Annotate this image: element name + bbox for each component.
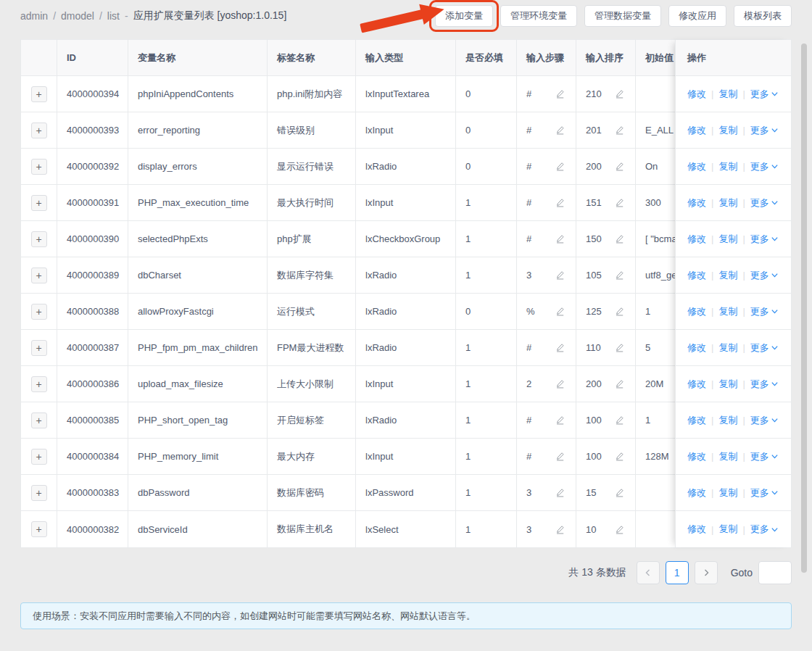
copy-link[interactable]: 复制 — [718, 88, 737, 101]
copy-link[interactable]: 复制 — [718, 523, 737, 536]
expand-row-button[interactable]: + — [31, 123, 47, 138]
copy-link[interactable]: 复制 — [718, 341, 737, 354]
edit-sort-icon[interactable] — [615, 162, 626, 171]
edit-sort-icon[interactable] — [615, 488, 626, 497]
edit-link[interactable]: 修改 — [687, 378, 706, 391]
copy-link[interactable]: 复制 — [718, 305, 737, 318]
edit-step-icon[interactable] — [555, 198, 566, 207]
edit-sort-icon[interactable] — [615, 343, 626, 352]
more-dropdown-link[interactable]: 更多 — [750, 341, 779, 354]
more-dropdown-link[interactable]: 更多 — [750, 233, 779, 246]
edit-step-icon[interactable] — [555, 125, 566, 135]
expand-row-button[interactable]: + — [31, 412, 47, 428]
cell-input-sort: 201 — [576, 112, 636, 148]
edit-step-icon[interactable] — [555, 343, 566, 352]
breadcrumb-item-list[interactable]: list — [107, 10, 120, 22]
edit-step-icon[interactable] — [555, 488, 566, 497]
manage-data-variables-button[interactable]: 管理数据变量 — [584, 5, 661, 27]
prev-page-button[interactable] — [637, 561, 660, 584]
expand-row-button[interactable]: + — [31, 521, 47, 537]
more-dropdown-link[interactable]: 更多 — [750, 269, 779, 282]
more-dropdown-link[interactable]: 更多 — [750, 88, 779, 101]
page-1-button[interactable]: 1 — [666, 561, 689, 584]
edit-link[interactable]: 修改 — [687, 124, 706, 137]
edit-link[interactable]: 修改 — [687, 160, 706, 173]
expand-row-button[interactable]: + — [31, 376, 47, 392]
row-actions: 修改 | 复制 | 更多 — [676, 221, 791, 257]
copy-link[interactable]: 复制 — [718, 450, 737, 463]
cell-variable-name: PHP_fpm_pm_max_children — [128, 330, 268, 365]
goto-page-input[interactable] — [758, 561, 792, 584]
more-dropdown-link[interactable]: 更多 — [750, 124, 779, 137]
more-dropdown-link[interactable]: 更多 — [750, 305, 779, 318]
copy-link[interactable]: 复制 — [718, 160, 737, 173]
edit-sort-icon[interactable] — [615, 307, 626, 316]
cell-expand: + — [21, 76, 57, 112]
copy-link[interactable]: 复制 — [718, 196, 737, 210]
edit-link[interactable]: 修改 — [687, 269, 706, 282]
expand-row-button[interactable]: + — [31, 304, 47, 320]
cell-label-name: FPM最大进程数 — [268, 330, 356, 365]
edit-sort-icon[interactable] — [615, 452, 626, 461]
edit-link[interactable]: 修改 — [687, 414, 706, 427]
edit-step-icon[interactable] — [555, 415, 566, 425]
breadcrumb-item-dmodel[interactable]: dmodel — [61, 10, 94, 22]
edit-step-icon[interactable] — [555, 452, 566, 461]
edit-sort-icon[interactable] — [615, 270, 626, 280]
copy-link[interactable]: 复制 — [718, 233, 737, 246]
edit-step-icon[interactable] — [555, 307, 566, 316]
cell-variable-name: dbPassword — [128, 475, 268, 510]
expand-row-button[interactable]: + — [31, 195, 47, 211]
template-list-button[interactable]: 模板列表 — [734, 5, 792, 27]
more-dropdown-link[interactable]: 更多 — [750, 486, 779, 499]
manage-env-variables-button[interactable]: 管理环境变量 — [500, 5, 577, 27]
breadcrumb-item-admin[interactable]: admin — [20, 10, 48, 22]
vertical-scrollbar[interactable] — [801, 43, 807, 573]
more-dropdown-link[interactable]: 更多 — [750, 196, 779, 210]
edit-step-icon[interactable] — [555, 162, 566, 171]
cell-input-step: % — [517, 294, 576, 329]
copy-link[interactable]: 复制 — [718, 269, 737, 282]
expand-row-button[interactable]: + — [31, 231, 47, 247]
expand-row-button[interactable]: + — [31, 86, 47, 102]
more-label: 更多 — [750, 305, 769, 318]
edit-step-icon[interactable] — [555, 270, 566, 280]
edit-sort-icon[interactable] — [615, 415, 626, 425]
edit-sort-icon[interactable] — [615, 525, 626, 534]
more-dropdown-link[interactable]: 更多 — [750, 523, 779, 536]
edit-step-icon[interactable] — [555, 89, 566, 99]
edit-step-icon[interactable] — [555, 379, 566, 389]
edit-link[interactable]: 修改 — [687, 233, 706, 246]
edit-sort-icon[interactable] — [615, 198, 626, 207]
add-variable-button[interactable]: 添加变量 — [435, 5, 493, 27]
edit-link[interactable]: 修改 — [687, 341, 706, 354]
more-dropdown-link[interactable]: 更多 — [750, 414, 779, 427]
copy-link[interactable]: 复制 — [718, 378, 737, 391]
more-dropdown-link[interactable]: 更多 — [750, 160, 779, 173]
edit-sort-icon[interactable] — [615, 379, 626, 389]
edit-link[interactable]: 修改 — [687, 196, 706, 210]
edit-sort-icon[interactable] — [615, 234, 626, 244]
action-separator: | — [711, 161, 713, 172]
modify-app-button[interactable]: 修改应用 — [668, 5, 726, 27]
edit-link[interactable]: 修改 — [687, 523, 706, 536]
edit-link[interactable]: 修改 — [687, 88, 706, 101]
more-dropdown-link[interactable]: 更多 — [750, 378, 779, 391]
edit-sort-icon[interactable] — [615, 125, 626, 135]
copy-link[interactable]: 复制 — [718, 124, 737, 137]
edit-link[interactable]: 修改 — [687, 486, 706, 499]
edit-step-icon[interactable] — [555, 234, 566, 244]
copy-link[interactable]: 复制 — [718, 486, 737, 499]
more-dropdown-link[interactable]: 更多 — [750, 450, 779, 463]
expand-row-button[interactable]: + — [31, 159, 47, 175]
edit-sort-icon[interactable] — [615, 89, 626, 99]
edit-step-icon[interactable] — [555, 525, 566, 534]
copy-link[interactable]: 复制 — [718, 414, 737, 427]
edit-link[interactable]: 修改 — [687, 450, 706, 463]
expand-row-button[interactable]: + — [31, 268, 47, 283]
expand-row-button[interactable]: + — [31, 340, 47, 356]
edit-link[interactable]: 修改 — [687, 305, 706, 318]
next-page-button[interactable] — [695, 561, 718, 584]
expand-row-button[interactable]: + — [31, 485, 47, 501]
expand-row-button[interactable]: + — [31, 449, 47, 465]
